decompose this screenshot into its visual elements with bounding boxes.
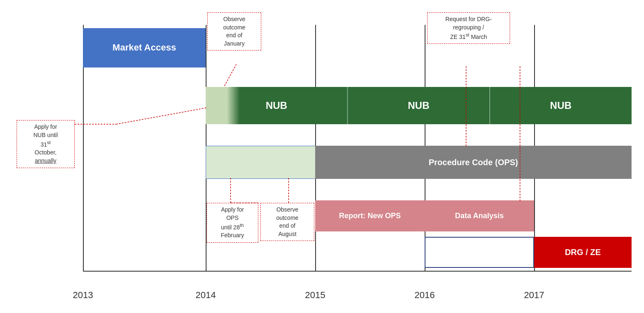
drg-label: DRG / ZE xyxy=(565,248,601,257)
bar-market-access: Market Access xyxy=(83,28,206,67)
market-access-label: Market Access xyxy=(112,42,176,53)
svg-line-0 xyxy=(224,64,236,87)
year-label-2017: 2017 xyxy=(524,290,544,301)
chart-container: 2013 2014 2015 2016 2017 Market Access N… xyxy=(0,0,644,313)
bar-nub: NUB NUB NUB xyxy=(206,87,632,124)
bar-report: Report: New OPS xyxy=(315,200,425,231)
ops-left-pale xyxy=(206,146,315,179)
callout-request-drg: Request for DRG-regrouping /ZE 31st Marc… xyxy=(427,12,510,44)
callout-nub-arrow xyxy=(75,104,207,137)
callout-apply-ops-text: Apply forOPSuntil 28thFebruary xyxy=(221,206,244,238)
report-label: Report: New OPS xyxy=(339,212,401,220)
callout-observe-january-text: Observeoutcomeend ofJanuary xyxy=(223,16,245,47)
data-analysis-label: Data Analysis xyxy=(455,212,503,220)
callout-request-drg-text: Request for DRG-regrouping /ZE 31st Marc… xyxy=(445,16,492,40)
bar-ops: Procedure Code (OPS) xyxy=(206,146,632,179)
year-label-2014: 2014 xyxy=(196,290,216,301)
callout-observe-august-text: Observeoutcomeend ofAugust xyxy=(276,206,299,237)
callout-observe-august: Observeoutcomeend ofAugust xyxy=(260,203,314,241)
callout-apply-ops: Apply forOPSuntil 28thFebruary xyxy=(207,203,258,243)
nub-label-3: NUB xyxy=(550,100,571,111)
nub-label-1: NUB xyxy=(266,100,287,111)
nub-section-1: NUB xyxy=(206,100,347,111)
year-label-2013: 2013 xyxy=(73,290,93,301)
callout-observe-january-arrow xyxy=(203,64,253,89)
year-label-2016: 2016 xyxy=(415,290,435,301)
year-label-2015: 2015 xyxy=(305,290,326,301)
baseline xyxy=(83,271,632,272)
callout-apply-nub: Apply forNUB until31stOctober,annually xyxy=(17,120,75,168)
callout-observe-january: Observeoutcomeend ofJanuary xyxy=(207,12,261,51)
bar-drg-outline xyxy=(425,237,534,268)
callout-drg-arrow xyxy=(425,66,549,207)
bar-drg-red: DRG / ZE xyxy=(534,237,632,268)
callout-apply-nub-text: Apply forNUB until31stOctober,annually xyxy=(33,123,58,164)
callout-ops-arrow xyxy=(206,178,318,205)
svg-line-4 xyxy=(116,108,207,124)
